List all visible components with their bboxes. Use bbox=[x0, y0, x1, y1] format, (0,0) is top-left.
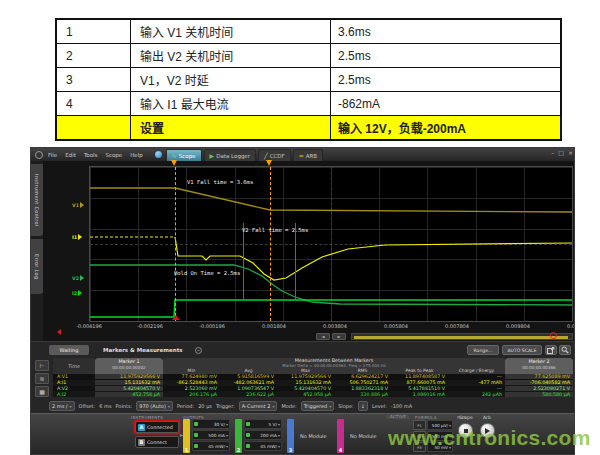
tab-data-logger[interactable]: ▶Data Logger bbox=[204, 149, 256, 161]
trace-i2 bbox=[90, 300, 572, 317]
slope-button[interactable]: ↓ bbox=[358, 401, 368, 411]
menu-item-tools[interactable]: Tools bbox=[84, 152, 98, 158]
collapse-icon[interactable]: − bbox=[195, 347, 202, 354]
marker2-cursor[interactable] bbox=[270, 167, 271, 321]
scope-app: FileEditToolsScopeHelp ∿Scope▶Data Logge… bbox=[30, 147, 575, 455]
slope-label: Slope: bbox=[338, 403, 354, 409]
v2-fall-end-marker bbox=[295, 223, 296, 299]
channel-color-bar: 2 bbox=[235, 419, 242, 453]
timebase-scale-select[interactable]: 2 ms /▾ bbox=[49, 401, 75, 411]
measurement-cell-avg: -482.063621 mA bbox=[220, 380, 277, 385]
instrument-a-button[interactable]: AConnected bbox=[135, 421, 179, 433]
menu-item-scope[interactable]: Scope bbox=[105, 152, 122, 158]
range-button[interactable]: Range... bbox=[467, 345, 499, 355]
tab-arb[interactable]: ≈ARB bbox=[293, 149, 323, 161]
export-icon[interactable] bbox=[545, 345, 557, 355]
menu-item-help[interactable]: Help bbox=[130, 152, 143, 158]
measurement-cell-pkpk: 1.086016 mA bbox=[391, 392, 448, 397]
measurement-tool-icon[interactable]: ≋ bbox=[35, 373, 49, 384]
horizontal-scrollbar[interactable] bbox=[351, 333, 573, 340]
enable-toggle-icon bbox=[194, 422, 198, 426]
channel-marker-i1[interactable]: I1 bbox=[72, 234, 82, 240]
instruments-section-label: INSTRUMENTS bbox=[131, 415, 163, 420]
channel-setting-row[interactable]: 45 mW/▾ bbox=[192, 441, 230, 451]
channel-label: V1 bbox=[72, 203, 79, 208]
measurement-cell-m2: 2.523080271 V bbox=[505, 386, 573, 391]
chevron-down-icon: ▾ bbox=[226, 444, 228, 449]
measurement-cell-pkpk: 877.660075 mA bbox=[391, 380, 448, 385]
measurement-cell-rms: 6.629624217 V bbox=[334, 374, 391, 379]
channel-setting-row[interactable]: 200 mA▾ bbox=[244, 430, 282, 440]
channel-arrow-icon bbox=[80, 202, 84, 208]
measurement-row: A:V111.975929566 V77.624980 mV5.91581659… bbox=[53, 374, 573, 380]
output-channel-2: 25 V/▾200 mA▾45 mW/▾ bbox=[235, 419, 282, 453]
tab-instrument-control[interactable]: Instrument Control bbox=[31, 164, 43, 236]
active-tab[interactable]: ACTIVE bbox=[387, 414, 409, 419]
trigger-source-select[interactable]: A-Current 2▾ bbox=[239, 401, 278, 411]
between-markers-header: Measurements Between MarkersMarker Delta… bbox=[163, 358, 505, 374]
waveform-plot[interactable]: V1 Fall time = 3.6msV2 Fall time = 2.5ms… bbox=[89, 166, 573, 322]
autoscale-button[interactable]: AUTO SCALE bbox=[502, 345, 542, 355]
scrollbar-thumb[interactable] bbox=[354, 336, 568, 339]
channel-setting-row[interactable]: 30 V/▾ bbox=[192, 419, 230, 429]
marker2-handle[interactable] bbox=[266, 160, 272, 166]
tab-bar: ∿Scope▶Data Logger╱CCDF≈ARB bbox=[166, 148, 325, 161]
period-value: 20 μs bbox=[198, 403, 212, 409]
watermark: www.cntronics.com bbox=[388, 426, 591, 450]
measurement-cell-charge: 242 μAh bbox=[448, 392, 505, 397]
instrument-badge: B bbox=[138, 439, 145, 446]
enable-toggle-icon bbox=[194, 444, 198, 448]
measurement-cell-max: 11.975929566 V bbox=[277, 374, 334, 379]
close-icon[interactable]: × bbox=[568, 149, 573, 156]
measurement-cell-m2: 77.625089 mV bbox=[505, 374, 573, 379]
channel-setting-row[interactable]: 5 V/▾ bbox=[244, 419, 282, 429]
measurement-cell-m2: -706.040582 mA bbox=[505, 380, 573, 385]
menubar: FileEditToolsScopeHelp ∿Scope▶Data Logge… bbox=[31, 148, 575, 161]
minimize-icon[interactable]: – bbox=[551, 149, 554, 156]
scroll-right-button[interactable]: ► bbox=[332, 333, 346, 340]
measurement-cell-pkpk: 5.417881510 V bbox=[391, 386, 448, 391]
channel-setting-row[interactable]: 45 mW/▾ bbox=[244, 441, 282, 451]
x-axis-label: 0.001804 bbox=[249, 323, 299, 329]
measurement-cell-m1: 452.758 μA bbox=[95, 392, 163, 397]
grid-tool-icon[interactable]: ▦ bbox=[35, 386, 49, 397]
menu-item-edit[interactable]: Edit bbox=[65, 152, 76, 158]
waveforms bbox=[90, 167, 572, 321]
no-module-label: No Module bbox=[350, 433, 377, 439]
offset-value: 6 ms bbox=[99, 403, 111, 409]
channel-color-bar: 4 bbox=[337, 419, 344, 453]
summary-cell-num bbox=[57, 116, 131, 139]
sine-icon: ∿ bbox=[172, 153, 177, 159]
gear-icon[interactable] bbox=[35, 151, 43, 159]
zoom-icon[interactable] bbox=[559, 345, 571, 355]
marker1-cursor[interactable] bbox=[175, 167, 176, 321]
menu-item-file[interactable]: File bbox=[48, 152, 57, 158]
channel-marker-i2[interactable]: I2 bbox=[72, 290, 82, 296]
channel-marker-v1[interactable]: V1 bbox=[72, 202, 84, 208]
measurements-title: Markers & Measurements bbox=[103, 347, 183, 353]
x-axis-label: -0.004196 bbox=[64, 323, 114, 329]
measurement-cell-avg: 5.915816599 V bbox=[220, 374, 277, 379]
measurements-table: TimeMarker 100:00:00.00002Measurements B… bbox=[53, 358, 573, 397]
channel-marker-v2[interactable]: V2 bbox=[72, 275, 84, 281]
tab-ccdf[interactable]: ╱CCDF bbox=[258, 149, 291, 161]
trigger-marker[interactable] bbox=[172, 315, 180, 320]
summary-cell-num: 3 bbox=[57, 68, 131, 91]
play-icon: ▶ bbox=[210, 153, 215, 159]
trace-v2 bbox=[90, 265, 572, 305]
channel-setting-row[interactable]: 500 mA▾ bbox=[192, 430, 230, 440]
v2-fall-start-marker bbox=[243, 223, 244, 299]
trigger-mode-select[interactable]: Triggered▾ bbox=[301, 401, 334, 411]
enable-toggle-icon bbox=[246, 422, 250, 426]
falling-edge-icon: ↓ bbox=[361, 403, 365, 409]
marker1-handle[interactable] bbox=[171, 160, 177, 166]
maximize-icon[interactable]: □ bbox=[558, 149, 564, 156]
points-select[interactable]: 970 (Auto)▾ bbox=[136, 401, 173, 411]
chevron-down-icon: ▾ bbox=[168, 404, 170, 409]
scroll-left-button[interactable]: ◄ bbox=[316, 333, 330, 340]
instrument-b-button[interactable]: BConnect bbox=[135, 436, 179, 448]
channel-color-bar: 1 bbox=[183, 419, 190, 453]
marker-tool-icon[interactable]: ⊢ bbox=[35, 360, 49, 371]
measurement-cell-charge: -477 mAh bbox=[448, 380, 505, 385]
tab-error-log[interactable]: Error Log bbox=[31, 239, 43, 294]
